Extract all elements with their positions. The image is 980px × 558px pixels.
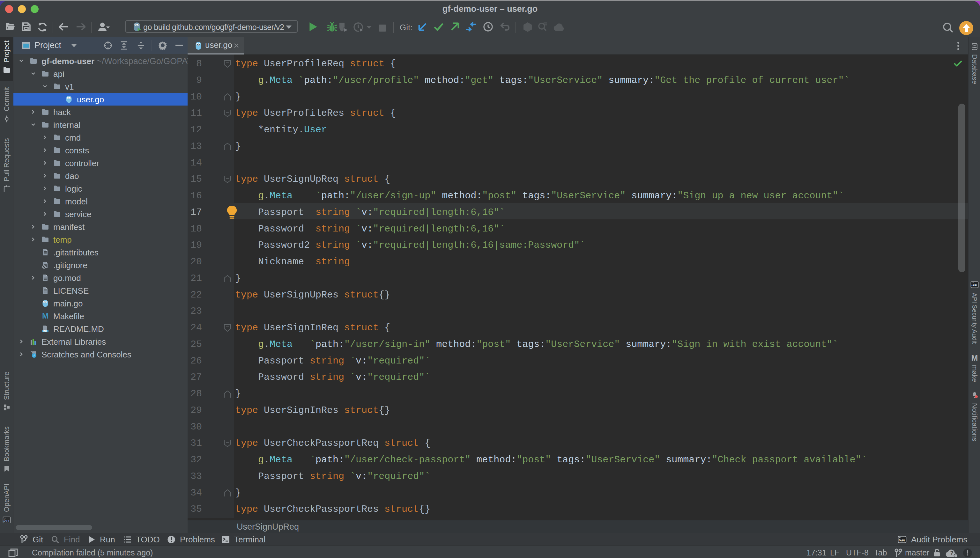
svg-text:?: ? [950, 550, 954, 556]
svg-text:MD: MD [43, 329, 47, 333]
svg-text:/API: /API [3, 519, 9, 522]
svg-text:/API: /API [899, 538, 905, 542]
svg-text:/API: /API [972, 284, 977, 287]
svg-text:M: M [42, 312, 48, 320]
